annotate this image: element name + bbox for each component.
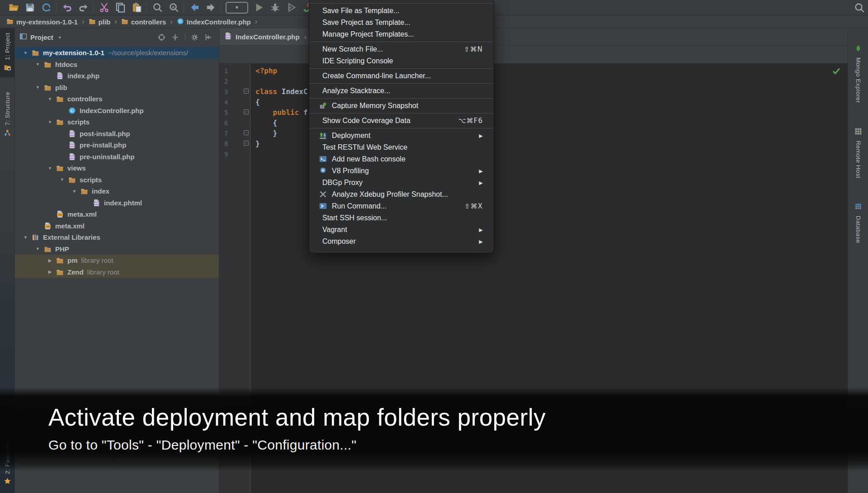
tree-row-pre-uninstall-php[interactable]: phppre-uninstall.php xyxy=(15,151,219,163)
menu-item-new-scratch-file---[interactable]: New Scratch File...⇧⌘N xyxy=(309,43,494,55)
tree-row-pre-install-php[interactable]: phppre-install.php xyxy=(15,139,219,151)
chevron-down-icon[interactable]: ▼ xyxy=(19,51,32,55)
tree-row-my-extension-1-0-1[interactable]: ▼my-extension-1.0-1~/source/plesk/extens… xyxy=(15,47,219,59)
project-panel: Project ▾ ▾ ▼my-extension-1.0-1~/source/… xyxy=(15,28,219,493)
toolwindow-button-database[interactable]: Database xyxy=(848,198,868,248)
breadcrumb-label: IndexController.php xyxy=(187,18,251,26)
breadcrumb-item[interactable]: plib xyxy=(89,18,111,26)
menu-item-v8-profiling[interactable]: 8V8 Profiling▶ xyxy=(309,165,494,177)
tree-row-php[interactable]: ▼PHP xyxy=(15,243,219,255)
menu-item-save-file-as-template---[interactable]: Save File as Template... xyxy=(309,5,494,17)
tree-row-meta-xml[interactable]: <>meta.xml xyxy=(15,209,219,220)
back-icon[interactable] xyxy=(189,2,200,14)
cut-icon[interactable] xyxy=(98,2,110,14)
collapse-all-icon[interactable] xyxy=(171,33,179,41)
chevron-down-icon[interactable]: ▼ xyxy=(44,120,56,124)
menu-item-deployment[interactable]: Deployment▶ xyxy=(309,130,494,142)
submenu-arrow-icon: ▶ xyxy=(479,239,483,245)
code-text: } xyxy=(250,129,277,137)
chevron-down-icon[interactable]: ▼ xyxy=(32,246,44,251)
breadcrumb-item[interactable]: my-extension-1.0-1 xyxy=(6,18,78,26)
debug-icon[interactable] xyxy=(269,2,281,14)
fold-collapse-icon[interactable]: − xyxy=(244,109,249,114)
chevron-down-icon[interactable]: ▼ xyxy=(68,189,80,194)
run-icon[interactable] xyxy=(253,2,264,14)
tree-row-external-libraries[interactable]: ▼External Libraries xyxy=(15,232,219,243)
menu-item-analyze-xdebug-profiler-snapshot---[interactable]: Analyze Xdebug Profiler Snapshot... xyxy=(309,189,494,200)
chevron-right-icon[interactable]: ▶ xyxy=(44,270,56,274)
tree-row-zend[interactable]: ▶Zendlibrary root xyxy=(15,266,219,278)
toolwindow-button----favorites[interactable]: 2: Favorites xyxy=(0,436,14,493)
menu-item-start-ssh-session---[interactable]: Start SSH session... xyxy=(309,212,494,224)
menu-item-composer[interactable]: Composer▶ xyxy=(309,236,494,247)
target-icon[interactable] xyxy=(158,33,166,41)
menu-separator xyxy=(309,83,494,84)
breadcrumb-separator: › xyxy=(114,17,117,26)
forward-icon[interactable] xyxy=(205,2,217,14)
menu-item-manage-project-templates---[interactable]: Manage Project Templates... xyxy=(309,28,494,40)
menu-item-label: New Scratch File... xyxy=(322,45,383,53)
menu-item-add-new-bash-console[interactable]: Add new Bash console xyxy=(309,153,494,165)
menu-item-dbgp-proxy[interactable]: DBGp Proxy▶ xyxy=(309,177,494,189)
hide-panel-icon[interactable] xyxy=(204,33,212,41)
run-config-dropdown-icon[interactable]: ▼ xyxy=(226,2,248,14)
coverage-icon[interactable] xyxy=(285,2,297,14)
tree-row-htdocs[interactable]: ▼htdocs xyxy=(15,59,219,71)
tree-row-scripts[interactable]: ▼scripts xyxy=(15,174,219,186)
gear-icon[interactable]: ▾ xyxy=(191,33,199,41)
menu-item-ide-scripting-console[interactable]: IDE Scripting Console xyxy=(309,55,494,67)
project-panel-header: Project ▾ ▾ xyxy=(15,28,219,46)
menu-item-label: DBGp Proxy xyxy=(322,179,363,187)
chevron-down-icon[interactable]: ▼ xyxy=(32,85,44,90)
chevron-down-icon[interactable]: ▼ xyxy=(32,62,44,66)
chevron-down-icon[interactable]: ▼ xyxy=(19,235,32,240)
menu-item-analyze-stacktrace---[interactable]: Analyze Stacktrace... xyxy=(309,85,494,97)
editor-tab[interactable]: php IndexController.php › xyxy=(219,28,314,45)
chevron-right-icon[interactable]: ▶ xyxy=(44,258,56,263)
menu-item-create-command-line-launcher---[interactable]: Create Command-line Launcher... xyxy=(309,70,494,82)
chevron-down-icon[interactable]: ▼ xyxy=(56,177,68,182)
tree-label: scripts xyxy=(80,176,102,184)
sync-icon[interactable] xyxy=(40,2,52,14)
tree-row-scripts[interactable]: ▼scripts xyxy=(15,116,219,128)
tree-row-index[interactable]: ▼index xyxy=(15,185,219,197)
xdebug-icon xyxy=(319,190,328,199)
toolwindow-button-mongo-explorer[interactable]: Mongo Explorer xyxy=(848,40,868,108)
search-icon[interactable] xyxy=(151,2,163,14)
menu-item-vagrant[interactable]: Vagrant▶ xyxy=(309,224,494,236)
chevron-down-icon[interactable]: ▼ xyxy=(44,166,56,171)
replace-icon[interactable]: A xyxy=(168,2,179,14)
menu-item-label: Manage Project Templates... xyxy=(322,30,414,38)
tree-row-index-phtml[interactable]: phpindex.phtml xyxy=(15,197,219,209)
menu-item-show-code-coverage-data[interactable]: Show Code Coverage Data⌥⌘F6 xyxy=(309,115,494,127)
toolwindow-button----project[interactable]: 1: Project xyxy=(0,28,14,77)
search-everywhere-icon[interactable] xyxy=(854,2,865,14)
tree-row-post-install-php[interactable]: phppost-install.php xyxy=(15,128,219,140)
tree-row-views[interactable]: ▼views xyxy=(15,162,219,174)
undo-icon[interactable] xyxy=(61,2,73,14)
tree-row-indexcontroller-php[interactable]: CIndexController.php xyxy=(15,105,219,117)
menu-item-run-command---[interactable]: Run Command...⇧⌘X xyxy=(309,200,494,212)
chevron-down-icon[interactable]: ▾ xyxy=(59,35,61,40)
paste-icon[interactable] xyxy=(131,2,142,14)
fold-collapse-icon[interactable]: − xyxy=(244,89,249,94)
breadcrumb-item[interactable]: CIndexController.php xyxy=(177,18,251,26)
save-icon[interactable] xyxy=(24,2,36,14)
fold-end-icon[interactable]: ˄ xyxy=(244,130,249,135)
menu-item-test-restful-web-service[interactable]: Test RESTful Web Service xyxy=(309,142,494,153)
redo-icon[interactable] xyxy=(77,2,89,14)
toolwindow-button-remote-host[interactable]: Remote Host xyxy=(848,123,868,183)
tree-row-index-php[interactable]: phpindex.php xyxy=(15,70,219,82)
fold-end-icon[interactable]: ˄ xyxy=(244,141,249,146)
open-folder-icon[interactable] xyxy=(8,2,19,14)
tree-row-pm[interactable]: ▶pmlibrary root xyxy=(15,255,219,266)
tree-row-meta-xml[interactable]: <>meta.xml xyxy=(15,220,219,232)
tree-row-controllers[interactable]: ▼controllers xyxy=(15,93,219,105)
tree-row-plib[interactable]: ▼plib xyxy=(15,82,219,94)
breadcrumb-item[interactable]: controllers xyxy=(121,18,166,26)
menu-item-save-project-as-template---[interactable]: Save Project as Template... xyxy=(309,17,494,28)
chevron-down-icon[interactable]: ▼ xyxy=(44,97,56,101)
toolwindow-button----structure[interactable]: 7: Structure xyxy=(0,87,14,143)
menu-item-capture-memory-snapshot[interactable]: Capture Memory Snapshot xyxy=(309,100,494,112)
copy-icon[interactable] xyxy=(114,2,126,14)
